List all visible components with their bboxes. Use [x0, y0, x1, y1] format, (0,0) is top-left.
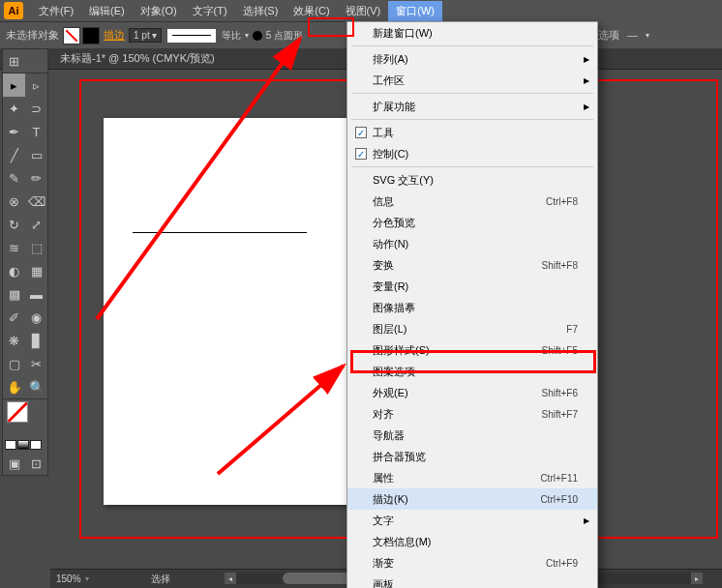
blob-brush-tool[interactable]: ⊗ — [3, 190, 25, 213]
shape-label: 5 点圆形 — [266, 29, 303, 43]
none-mode-icon[interactable] — [30, 440, 42, 450]
pen-tool[interactable]: ✒ — [3, 120, 25, 143]
tab-toggle-icon[interactable]: ⊞ — [3, 49, 25, 73]
shape-builder-tool[interactable]: ◐ — [3, 259, 25, 282]
options-label[interactable]: 选项 — [598, 28, 619, 43]
submenu-arrow-icon: ▶ — [584, 103, 589, 111]
menu-item-17[interactable]: 图层(L)F7 — [347, 318, 597, 339]
pencil-tool[interactable]: ✏ — [25, 166, 47, 190]
stroke-preview[interactable] — [167, 29, 216, 43]
menu-item-label: 动作(N) — [373, 237, 578, 251]
menu-item-0[interactable]: 新建窗口(W) — [347, 22, 597, 44]
menu-item-21[interactable]: 对齐Shift+F7 — [347, 403, 597, 425]
drawn-line-object[interactable] — [133, 232, 307, 233]
menu-item-26[interactable]: 文字▶ — [347, 510, 597, 531]
menu-edit[interactable]: 编辑(E) — [81, 1, 133, 21]
symbol-sprayer-tool[interactable]: ❋ — [3, 329, 25, 352]
menu-window[interactable]: 窗口(W) — [388, 1, 442, 21]
screen-mode-tool[interactable]: ▣ — [3, 452, 25, 475]
menu-item-29[interactable]: 画板 — [347, 573, 597, 588]
eyedropper-tool[interactable]: ✐ — [3, 306, 25, 329]
menu-item-12[interactable]: 分色预览 — [347, 212, 597, 233]
lasso-tool[interactable]: ⊃ — [25, 97, 47, 120]
menu-item-5[interactable]: 扩展功能▶ — [347, 96, 597, 117]
menu-type[interactable]: 文字(T) — [185, 1, 235, 21]
menu-item-23[interactable]: 拼合器预览 — [347, 446, 597, 467]
menu-item-label: 描边(K) — [373, 492, 540, 507]
menu-item-7[interactable]: ✓工具 — [347, 122, 597, 143]
menu-item-label: 变量(R) — [373, 279, 578, 294]
perspective-tool[interactable]: ▦ — [25, 259, 47, 282]
menu-item-13[interactable]: 动作(N) — [347, 233, 597, 254]
document-tab[interactable]: 未标题-1* @ 150% (CMYK/预览) — [50, 48, 225, 69]
menu-shortcut: Ctrl+F10 — [540, 494, 578, 505]
menu-item-label: 文字 — [373, 514, 578, 528]
menu-item-20[interactable]: 外观(E)Shift+F6 — [347, 382, 597, 403]
graph-tool[interactable]: ▊ — [25, 329, 47, 352]
gradient-tool[interactable]: ▬ — [25, 282, 47, 306]
menu-item-19[interactable]: 图案选项 — [347, 361, 597, 382]
menu-item-11[interactable]: 信息Ctrl+F8 — [347, 191, 597, 212]
menu-item-22[interactable]: 导航器 — [347, 425, 597, 446]
change-screen-icon[interactable]: ⊡ — [25, 452, 47, 475]
menu-item-label: 分色预览 — [373, 216, 578, 230]
color-mode-icon[interactable] — [5, 440, 16, 450]
menu-item-label: 对齐 — [373, 407, 541, 422]
direct-selection-tool[interactable]: ▹ — [25, 74, 47, 97]
menu-effect[interactable]: 效果(C) — [286, 1, 337, 21]
slice-tool[interactable]: ✂ — [25, 352, 47, 375]
menu-item-2[interactable]: 排列(A)▶ — [347, 48, 597, 70]
app-logo: Ai — [4, 2, 23, 19]
paintbrush-tool[interactable]: ✎ — [3, 166, 25, 190]
menubar: Ai 文件(F) 编辑(E) 对象(O) 文字(T) 选择(S) 效果(C) 视… — [0, 0, 722, 21]
menu-item-8[interactable]: ✓控制(C) — [347, 143, 597, 164]
selection-tool[interactable]: ▸ — [3, 74, 25, 97]
menu-item-28[interactable]: 渐变Ctrl+F9 — [347, 552, 597, 573]
scale-tool[interactable]: ⤢ — [25, 213, 47, 236]
rotate-tool[interactable]: ↻ — [3, 213, 25, 236]
fill-stroke-control[interactable] — [3, 399, 47, 438]
menu-item-18[interactable]: 图形样式(S)Shift+F5 — [347, 339, 597, 361]
menu-object[interactable]: 对象(O) — [133, 1, 185, 21]
tools-panel: ⊞ ▸▹ ✦⊃ ✒T ╱▭ ✎✏ ⊗⌫ ↻⤢ ≋⬚ ◐▦ ▩▬ ✐◉ ❋▊ ▢✂… — [2, 48, 48, 476]
mesh-tool[interactable]: ▩ — [3, 282, 25, 306]
fill-swatch[interactable] — [63, 27, 80, 44]
zoom-level[interactable]: 150% — [56, 573, 81, 584]
menu-item-16[interactable]: 图像描摹 — [347, 297, 597, 318]
menu-file[interactable]: 文件(F) — [31, 1, 81, 21]
type-tool[interactable]: T — [25, 120, 47, 143]
scroll-right-icon[interactable]: ▸ — [691, 573, 703, 584]
menu-item-24[interactable]: 属性Ctrl+F11 — [347, 467, 597, 488]
fill-stroke-swatches[interactable] — [63, 27, 100, 44]
menu-item-label: 工作区 — [373, 74, 578, 88]
menu-item-3[interactable]: 工作区▶ — [347, 70, 597, 91]
menu-item-25[interactable]: 描边(K)Ctrl+F10 — [347, 488, 597, 510]
menu-shortcut: Shift+F6 — [541, 388, 578, 398]
gradient-mode-icon[interactable] — [17, 440, 29, 450]
free-transform-tool[interactable]: ⬚ — [25, 236, 47, 259]
stroke-swatch[interactable] — [82, 27, 100, 44]
menu-item-label: 画板 — [373, 577, 578, 589]
zoom-tool[interactable]: 🔍 — [25, 375, 47, 398]
artboard[interactable] — [104, 118, 370, 505]
hand-tool[interactable]: ✋ — [3, 375, 25, 398]
menu-view[interactable]: 视图(V) — [338, 1, 389, 21]
check-icon: ✓ — [355, 148, 367, 160]
stroke-link[interactable]: 描边 — [104, 28, 125, 43]
artboard-tool[interactable]: ▢ — [3, 352, 25, 375]
menu-item-14[interactable]: 变换Shift+F8 — [347, 254, 597, 276]
blend-tool[interactable]: ◉ — [25, 306, 47, 329]
opacity-icon[interactable] — [253, 31, 262, 41]
eraser-tool[interactable]: ⌫ — [25, 190, 47, 213]
right-option-strip: 选项 — ▾ — [590, 21, 722, 48]
menu-item-27[interactable]: 文档信息(M) — [347, 531, 597, 552]
menu-item-10[interactable]: SVG 交互(Y) — [347, 169, 597, 191]
magic-wand-tool[interactable]: ✦ — [3, 97, 25, 120]
scroll-left-icon[interactable]: ◂ — [225, 573, 236, 584]
stroke-weight-dropdown[interactable]: 1 pt▾ — [129, 28, 162, 43]
line-tool[interactable]: ╱ — [3, 143, 25, 166]
menu-item-15[interactable]: 变量(R) — [347, 276, 597, 297]
width-tool[interactable]: ≋ — [3, 236, 25, 259]
menu-select[interactable]: 选择(S) — [235, 1, 286, 21]
rectangle-tool[interactable]: ▭ — [25, 143, 47, 166]
